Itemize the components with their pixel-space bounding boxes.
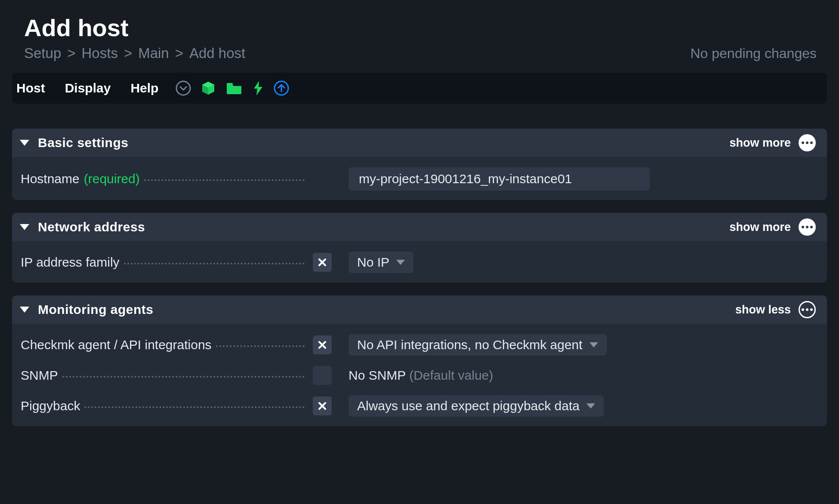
row-checkmk-agent: Checkmk agent / API integrations No API …: [12, 324, 827, 356]
label-snmp: SNMP: [21, 368, 58, 383]
section-title-agents: Monitoring agents: [38, 302, 153, 317]
svg-point-0: [176, 81, 190, 95]
section-basic-settings: Basic settings show more Hostname (requi…: [12, 129, 827, 200]
caret-down-icon: [586, 403, 595, 409]
dots-fill: [216, 345, 305, 347]
label-ip-family: IP address family: [21, 255, 120, 270]
row-ip-family: IP address family No IP: [12, 241, 827, 273]
label-piggyback: Piggyback: [21, 399, 80, 413]
section-title-network: Network address: [38, 220, 145, 234]
svg-rect-1: [227, 83, 233, 86]
breadcrumb-addhost[interactable]: Add host: [189, 45, 245, 61]
breadcrumb-sep: >: [67, 45, 75, 61]
ip-family-value: No IP: [357, 255, 389, 270]
menu-host[interactable]: Host: [16, 81, 45, 95]
breadcrumb-sep: >: [124, 45, 132, 61]
snmp-value: No SNMP (Default value): [349, 368, 493, 382]
more-dots-outline-icon[interactable]: [799, 301, 816, 318]
breadcrumb-main[interactable]: Main: [138, 45, 169, 61]
collapse-icon[interactable]: [20, 224, 29, 230]
pending-changes[interactable]: No pending changes: [690, 46, 827, 61]
collapse-icon[interactable]: [20, 140, 29, 146]
more-dots-icon[interactable]: [799, 134, 816, 151]
required-badge: (required): [84, 172, 140, 186]
dots-fill: [62, 376, 305, 378]
breadcrumb: Setup > Hosts > Main > Add host: [24, 45, 245, 61]
label-hostname: Hostname: [21, 172, 80, 186]
piggyback-value: Always use and expect piggyback data: [357, 399, 580, 413]
menu-help[interactable]: Help: [130, 81, 158, 95]
show-more-network[interactable]: show more: [729, 221, 791, 234]
dots-fill: [84, 406, 305, 408]
section-monitoring-agents: Monitoring agents show less Checkmk agen…: [12, 295, 827, 426]
more-dots-icon[interactable]: [799, 218, 816, 236]
section-header-network: Network address show more: [12, 213, 827, 241]
breadcrumb-sep: >: [175, 45, 183, 61]
cube-icon[interactable]: [200, 80, 216, 96]
row-hostname: Hostname (required): [12, 157, 827, 191]
breadcrumb-hosts[interactable]: Hosts: [82, 45, 118, 61]
override-toggle-snmp[interactable]: [313, 366, 332, 385]
toolbar: Host Display Help: [12, 73, 827, 104]
checkmk-agent-select[interactable]: No API integrations, no Checkmk agent: [349, 334, 607, 356]
override-toggle-ip[interactable]: [313, 253, 332, 272]
dots-fill: [144, 179, 305, 181]
toolbar-icons: [176, 80, 289, 96]
folder-icon[interactable]: [225, 80, 243, 96]
menu-display[interactable]: Display: [65, 81, 111, 95]
show-less-agents[interactable]: show less: [735, 303, 791, 317]
chevron-down-circle-icon[interactable]: [176, 80, 191, 96]
piggyback-select[interactable]: Always use and expect piggyback data: [349, 395, 604, 417]
section-header-basic: Basic settings show more: [12, 129, 827, 157]
breadcrumb-setup[interactable]: Setup: [24, 45, 61, 61]
label-checkmk: Checkmk agent / API integrations: [21, 338, 212, 352]
default-suffix: (Default value): [409, 368, 493, 382]
header-row: Setup > Hosts > Main > Add host No pendi…: [24, 45, 827, 61]
dots-fill: [124, 263, 305, 264]
override-toggle-piggyback[interactable]: [313, 396, 332, 415]
caret-down-icon: [396, 260, 405, 265]
hostname-input[interactable]: [349, 167, 650, 191]
section-network-address: Network address show more IP address fam…: [12, 213, 827, 283]
caret-down-icon: [589, 342, 598, 347]
row-piggyback: Piggyback Always use and expect piggybac…: [12, 385, 827, 417]
row-snmp: SNMP No SNMP (Default value): [12, 356, 827, 385]
section-header-agents: Monitoring agents show less: [12, 295, 827, 324]
ip-family-select[interactable]: No IP: [349, 252, 413, 273]
override-toggle-checkmk[interactable]: [313, 335, 332, 354]
arrow-up-circle-icon[interactable]: [274, 80, 289, 96]
show-more-basic[interactable]: show more: [729, 136, 791, 150]
page-title: Add host: [24, 14, 827, 42]
checkmk-agent-value: No API integrations, no Checkmk agent: [357, 338, 583, 352]
section-title-basic: Basic settings: [38, 135, 128, 150]
lightning-icon[interactable]: [252, 80, 264, 96]
collapse-icon[interactable]: [20, 307, 29, 313]
